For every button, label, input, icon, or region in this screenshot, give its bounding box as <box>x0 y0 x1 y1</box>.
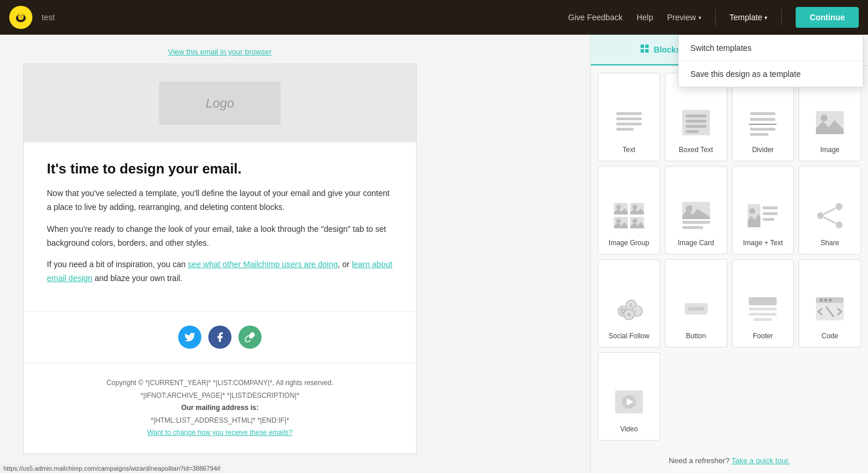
block-social-follow[interactable]: f t Social Follow <box>598 259 660 348</box>
top-navigation: test Give Feedback Help Preview ▾ Templa… <box>0 0 868 35</box>
svg-line-48 <box>824 217 836 223</box>
svg-rect-62 <box>749 308 777 311</box>
code-block-label: Code <box>822 332 838 340</box>
blocks-footer: Need a refresher? Take a quick tour. <box>591 448 868 473</box>
svg-rect-38 <box>682 226 703 229</box>
svg-point-67 <box>820 299 823 302</box>
svg-rect-61 <box>749 297 777 305</box>
svg-point-69 <box>829 299 832 302</box>
twitter-social-icon[interactable] <box>178 326 201 349</box>
svg-rect-21 <box>750 118 775 121</box>
facebook-social-icon[interactable] <box>208 326 231 349</box>
view-in-browser-bar: View this email in your browser <box>23 46 417 57</box>
footer-block-label: Footer <box>753 332 773 340</box>
nav-divider-2 <box>781 9 782 26</box>
svg-text:t: t <box>635 309 637 315</box>
view-in-browser-link[interactable]: View this email in your browser <box>168 47 272 56</box>
switch-templates-option[interactable]: Switch templates <box>679 35 863 61</box>
chevron-down-icon: ▾ <box>698 14 701 21</box>
template-dropdown[interactable]: Template ▾ <box>730 13 768 22</box>
block-video[interactable]: Video <box>598 352 660 441</box>
svg-rect-22 <box>749 124 777 125</box>
boxed-text-block-label: Boxed Text <box>679 146 713 154</box>
svg-rect-14 <box>616 128 634 131</box>
svg-rect-24 <box>750 133 768 136</box>
svg-point-26 <box>821 114 827 121</box>
share-block-label: Share <box>821 239 839 247</box>
svg-rect-16 <box>686 114 707 117</box>
block-image-group[interactable]: Image Group <box>598 166 660 254</box>
svg-rect-60 <box>688 307 704 311</box>
svg-point-30 <box>632 205 637 209</box>
mailchimp-users-link[interactable]: see what other Mailchimp users are doing <box>188 260 338 269</box>
email-logo-section: Logo <box>24 64 416 142</box>
svg-rect-43 <box>763 218 774 221</box>
help-link[interactable]: Help <box>637 13 653 22</box>
footer-block-icon <box>745 291 780 326</box>
topnav-actions: Give Feedback Help Preview ▾ Template ▾ … <box>568 7 859 28</box>
code-block-icon <box>812 291 847 326</box>
svg-point-34 <box>632 219 637 223</box>
quick-tour-link[interactable]: Take a quick tour. <box>731 456 790 465</box>
block-share[interactable]: Share <box>799 166 861 254</box>
svg-point-46 <box>836 221 843 228</box>
email-content-section: It's time to design your email. Now that… <box>24 142 416 312</box>
email-para-2: When you're ready to change the look of … <box>47 223 393 250</box>
image-group-block-label: Image Group <box>609 239 649 247</box>
svg-point-4 <box>19 15 20 16</box>
divider-block-label: Divider <box>752 146 774 154</box>
svg-line-47 <box>824 208 836 214</box>
image-block-label: Image <box>820 146 839 154</box>
preview-dropdown[interactable]: Preview ▾ <box>667 13 701 22</box>
mailchimp-logo <box>9 6 32 29</box>
svg-rect-20 <box>750 112 775 115</box>
video-block-label: Video <box>620 425 638 433</box>
chevron-down-icon: ▾ <box>764 14 767 21</box>
svg-point-5 <box>21 15 23 16</box>
svg-rect-64 <box>753 318 772 321</box>
block-text[interactable]: Text <box>598 73 660 161</box>
svg-point-32 <box>616 219 621 223</box>
share-block-icon <box>812 198 847 233</box>
svg-rect-18 <box>686 125 707 128</box>
link-social-icon[interactable] <box>238 326 262 349</box>
svg-rect-9 <box>641 49 644 53</box>
svg-point-28 <box>616 205 621 209</box>
boxed-text-block-icon <box>679 105 713 140</box>
email-heading: It's time to design your email. <box>47 160 393 178</box>
email-body: Logo It's time to design your email. Now… <box>23 64 417 454</box>
svg-point-68 <box>825 299 827 302</box>
main-layout: View this email in your browser Logo It'… <box>0 35 868 473</box>
divider-block-icon <box>745 105 780 140</box>
email-social-section <box>24 312 416 363</box>
svg-rect-10 <box>645 49 649 53</box>
block-image-card[interactable]: Image Card <box>665 166 727 254</box>
social-follow-block-label: Social Follow <box>609 332 650 340</box>
continue-button[interactable]: Continue <box>796 7 859 28</box>
button-block-label: Button <box>686 332 706 340</box>
button-block-icon <box>679 291 713 326</box>
block-code[interactable]: Code <box>799 259 861 348</box>
email-footer-section: Copyright © *|CURRENT_YEAR|* *|LIST:COMP… <box>24 363 416 453</box>
campaign-name: test <box>42 13 55 22</box>
template-dropdown-menu: Switch templates Save this design as a t… <box>678 35 863 87</box>
block-image-text[interactable]: Image + Text <box>732 166 795 254</box>
footer-ifnot: *|IFNOT:ARCHIVE_PAGE|* *|LIST:DESCRIPTIO… <box>38 390 402 402</box>
svg-rect-12 <box>616 117 642 120</box>
image-text-block-icon <box>745 198 780 233</box>
text-block-icon <box>612 105 646 140</box>
video-block-icon <box>612 385 646 419</box>
image-group-block-icon <box>612 198 646 233</box>
give-feedback-link[interactable]: Give Feedback <box>568 13 623 22</box>
blocks-grid: Text Boxed Text <box>591 66 868 448</box>
footer-address-label: Our mailing address is: <box>38 402 402 415</box>
block-footer[interactable]: Footer <box>732 259 795 348</box>
block-button[interactable]: Button <box>665 259 727 348</box>
svg-rect-37 <box>682 221 710 224</box>
save-as-template-option[interactable]: Save this design as a template <box>679 61 863 87</box>
svg-rect-8 <box>645 45 649 48</box>
url-bar: https://us5.admin.mailchimp.com/campaign… <box>0 464 224 473</box>
grid-icon <box>640 44 649 55</box>
svg-rect-11 <box>616 112 642 115</box>
social-follow-block-icon: f t <box>612 291 646 326</box>
